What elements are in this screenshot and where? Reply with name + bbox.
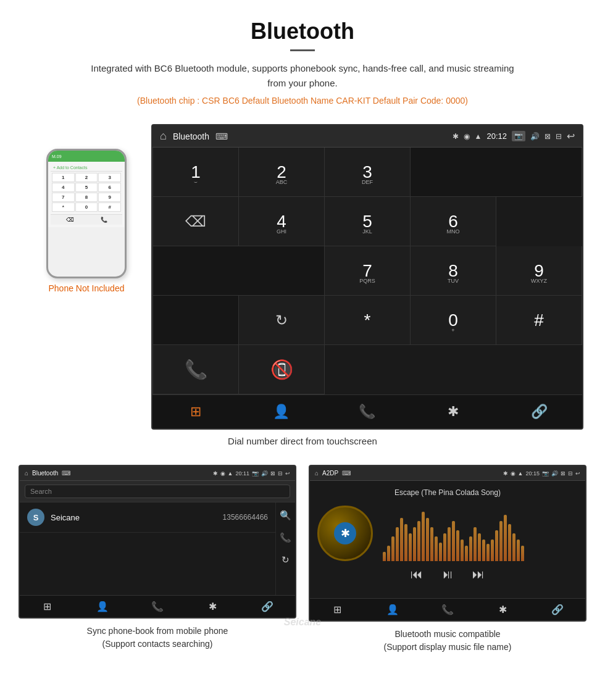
dial-number-star: * [364,310,371,330]
prev-track-button[interactable]: ⏮ [411,567,423,581]
call-red-icon: 📵 [270,359,293,380]
music-min-icon[interactable]: ⊟ [568,470,573,477]
pb-cam-icon[interactable]: 📷 [252,470,259,477]
pb-refresh-icon[interactable]: ↻ [282,554,290,565]
nav-contacts[interactable]: 👤 [238,395,324,428]
phone-status-text: M.09 [52,154,62,159]
contact-row-seicane[interactable]: S Seicane 13566664466 [20,502,275,533]
viz-bar [430,527,433,561]
music-caption-line1: Bluetooth music compatible [394,629,500,639]
pb-x-icon[interactable]: ⊠ [270,470,275,477]
dial-key-3[interactable]: 3 DEF [325,148,411,197]
album-art: ♪ ✱ [317,506,373,561]
viz-bar [413,527,416,561]
minimize-icon[interactable]: ⊟ [556,132,562,141]
dial-key-0[interactable]: 0 + [411,296,496,345]
pb-home-icon[interactable]: ⌂ [25,470,28,477]
dial-key-1[interactable]: 1 ⌣ [153,148,239,197]
nav-phone[interactable]: 📞 [324,395,410,428]
dial-letters-7: PQRS [359,278,375,284]
contact-number-seicane: 13566664466 [223,513,268,522]
pb-call-icon[interactable]: 📞 [280,532,291,543]
viz-bar [456,530,459,561]
play-pause-button[interactable]: ⏯ [441,567,454,581]
music-sig-icon: ▲ [518,470,524,477]
pb-contacts-icon: 👤 [96,601,109,612]
music-nav-link[interactable]: 🔗 [530,599,585,620]
viz-bar [383,552,386,561]
music-vol-icon[interactable]: 🔊 [551,470,558,477]
dial-key-star[interactable]: * [325,296,411,345]
music-nav-contacts[interactable]: 👤 [365,599,420,620]
dial-refresh[interactable]: ↻ [239,296,325,345]
pb-nav-bt[interactable]: ✱ [185,596,240,617]
dial-key-8[interactable]: 8 TUV [411,246,496,296]
music-status-bar: ⌂ A2DP ⌨ ✱ ◉ ▲ 20:15 📷 🔊 ⊠ ⊟ ↩ [310,466,585,481]
viz-bar [443,533,446,561]
dial-key-7[interactable]: 7 PQRS [325,246,411,296]
camera-icon[interactable]: 📷 [512,131,525,141]
pb-nav-phone[interactable]: 📞 [130,596,185,617]
viz-bar [435,536,438,561]
volume-icon[interactable]: 🔊 [530,132,540,141]
music-back-icon[interactable]: ↩ [575,470,580,477]
nav-bluetooth[interactable]: ✱ [411,395,496,428]
music-bt-icon: ✱ [503,470,508,477]
pb-vol-icon[interactable]: 🔊 [261,470,268,477]
music-x-icon[interactable]: ⊠ [561,470,565,477]
dial-backspace[interactable]: ⌫ [153,197,239,246]
music-loc-icon: ◉ [511,470,515,477]
pb-nav-dialpad[interactable]: ⊞ [20,596,75,617]
phone-icon: 📞 [359,404,375,420]
pb-title: Bluetooth [32,470,58,477]
music-title: A2DP [322,470,338,477]
viz-bar [396,527,399,561]
location-icon: ◉ [464,132,470,141]
search-placeholder: Search [30,488,52,495]
phone-key-hash: # [98,202,121,212]
dial-letters-2: ABC [276,179,288,185]
music-home-icon[interactable]: ⌂ [315,470,319,477]
back-icon[interactable]: ↩ [567,130,575,142]
music-main: ♪ ✱ [317,506,578,561]
pb-search-icon[interactable]: 🔍 [280,510,291,521]
music-cam-icon[interactable]: 📷 [542,470,549,477]
phone-key-8: 8 [75,193,98,202]
pb-min-icon[interactable]: ⊟ [278,470,283,477]
dial-call-green[interactable]: 📞 [153,345,239,394]
phone-key-0: 0 [75,202,98,212]
dial-key-6[interactable]: 6 MNO [411,197,496,246]
dial-key-9[interactable]: 9 WXYZ [496,246,582,296]
close-icon[interactable]: ⊠ [544,132,551,141]
pb-back-icon[interactable]: ↩ [285,470,290,477]
contacts-list: S Seicane 13566664466 [20,502,275,595]
dial-key-4[interactable]: 4 GHI [239,197,325,246]
phonebook-side-icons: 🔍 📞 ↻ [275,502,295,595]
phone-key-2: 2 [75,173,98,182]
viz-bar [504,515,507,561]
viz-bar [439,543,442,561]
dial-key-2[interactable]: 2 ABC [239,148,325,197]
viz-bar [478,533,481,561]
pb-nav-contacts[interactable]: 👤 [75,596,130,617]
music-nav-bt[interactable]: ✱ [475,599,530,620]
dial-call-red[interactable]: 📵 [239,345,325,394]
music-nav-phone[interactable]: 📞 [420,599,475,620]
status-left: ⌂ Bluetooth ⌨ [160,130,228,143]
next-track-button[interactable]: ⏭ [472,567,485,581]
search-input-mock[interactable]: Search [25,485,290,498]
dial-key-5[interactable]: 5 JKL [325,197,411,246]
music-visualizer [383,506,578,561]
pb-nav-link[interactable]: 🔗 [240,596,295,617]
dial-key-hash[interactable]: # [496,296,582,345]
bottom-screenshots: ⌂ Bluetooth ⌨ ✱ ◉ ▲ 20:11 📷 🔊 ⊠ ⊟ ↩ [0,465,605,654]
dial-letters-5: JKL [362,228,372,235]
nav-link[interactable]: 🔗 [496,395,582,428]
phone-bottom-row: ⌫ 📞 [51,214,122,225]
nav-dialpad[interactable]: ⊞ [152,395,238,428]
home-icon[interactable]: ⌂ [160,130,167,143]
music-nav-dialpad[interactable]: ⊞ [310,599,365,620]
dialpad-icon: ⊞ [190,404,201,420]
phone-key-3: 3 [98,173,121,182]
page-description: Integrated with BC6 Bluetooth module, su… [86,61,519,91]
